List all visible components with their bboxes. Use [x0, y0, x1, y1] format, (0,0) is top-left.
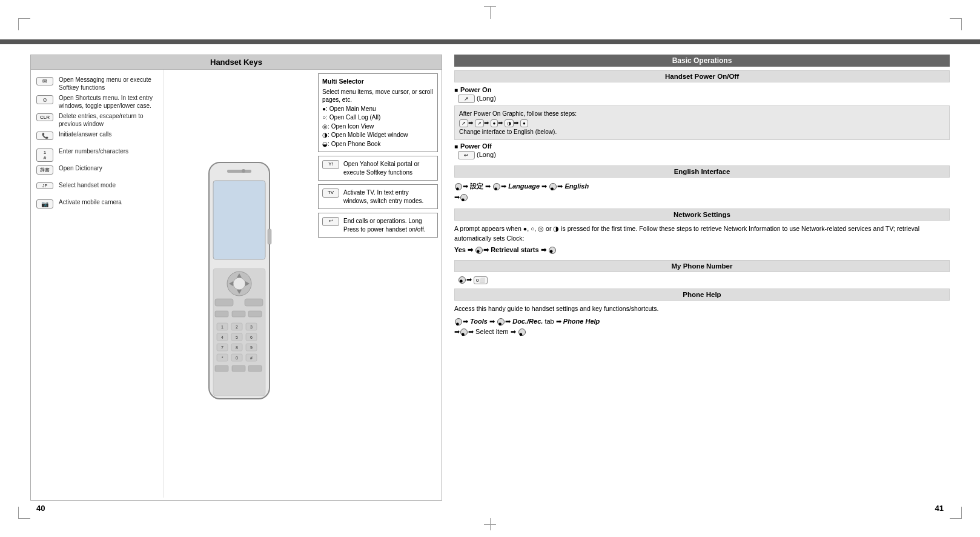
phone-help-body: Access this handy guide to handset setti…: [454, 304, 950, 314]
svg-point-6: [233, 278, 245, 290]
network-body-text: A prompt appears when ●, ○, ◎ or ◑ is pr…: [454, 224, 950, 244]
multi-selector-desc: Select menu items, move cursor, or scrol…: [322, 88, 434, 104]
svg-rect-12: [245, 299, 263, 306]
power-off-step: ↩ (Long): [458, 151, 950, 159]
myphone-step: ●➡ 0⬜: [458, 276, 950, 284]
svg-text:8: 8: [236, 345, 238, 350]
network-header: Network Settings: [454, 208, 950, 221]
svg-rect-15: [248, 311, 262, 317]
english-interface-section: English Interface ●➡ 設定 ➡ ●➡ Language ➡ …: [454, 165, 950, 202]
top-dark-bar: [0, 39, 980, 44]
svg-rect-14: [232, 311, 245, 317]
power-on-step: ↗ (Long): [458, 95, 950, 103]
multi-selector-title: Multi Selector: [322, 77, 434, 86]
phone-help-step: ●➡ Tools ➡ ●➡ Doc./Rec. tab ➡ Phone Help…: [454, 316, 950, 338]
svg-rect-41: [232, 365, 245, 372]
corner-mark-tl: [18, 18, 30, 30]
main-layout: Handset Keys ✉ Open Messaging menu or ex…: [30, 55, 950, 501]
phone-help-header: Phone Help: [454, 289, 950, 301]
network-step: Yes ➡ ●➡ Retrieval starts ➡ ●: [454, 246, 950, 254]
svg-text:2: 2: [236, 325, 238, 329]
svg-text:0: 0: [236, 356, 238, 360]
power-off-label: Power Off: [454, 142, 950, 150]
english-interface-header: English Interface: [454, 165, 950, 178]
key-desc-dictionary: Open Dictionary: [59, 164, 161, 172]
callout-tv: TV Activate TV. In text entry windows, s…: [318, 184, 438, 209]
phone-svg: 1 2 3 4 5 6 7 8 9: [200, 156, 279, 411]
svg-text:1: 1: [221, 325, 223, 329]
top-crosshair: [484, 12, 496, 19]
svg-text:*: *: [222, 356, 223, 360]
english-interface-instruction: ●➡ 設定 ➡ ●➡ Language ➡ ●➡ English ➡●: [454, 181, 950, 202]
page-number-right: 41: [935, 504, 944, 513]
myphone-header: My Phone Number: [454, 260, 950, 272]
left-panel-content: ✉ Open Messaging menu or execute Softkey…: [31, 70, 442, 498]
key-icon-call: 📞: [33, 132, 56, 140]
key-desc-delete: Delete entries, escape/return to previou…: [59, 112, 161, 128]
power-subsection-header: Handset Power On/Off: [454, 70, 950, 82]
callout-area: Multi Selector Select menu items, move c…: [314, 70, 442, 498]
key-row-mode: JP Select handset mode: [31, 180, 164, 197]
power-on-label: Power On: [454, 86, 950, 93]
phone-area: 1 2 3 4 5 6 7 8 9: [164, 70, 314, 498]
corner-mark-tr: [950, 18, 962, 30]
callout-end-call-item: ↩ End calls or operations. Long Press to…: [322, 217, 434, 233]
basic-operations-header: Basic Operations: [454, 55, 950, 67]
power-section: Handset Power On/Off Power On ↗ (Long) A…: [454, 70, 950, 159]
key-icon-numbers: 1#: [33, 148, 56, 162]
multi-selector-main-menu: ●: Open Main Menu: [322, 105, 434, 113]
callout-tv-item: TV Activate TV. In text entry windows, s…: [322, 188, 434, 205]
svg-text:#: #: [250, 356, 253, 360]
key-row-dictionary: 辞書 Open Dictionary: [31, 163, 164, 180]
right-panel: Basic Operations Handset Power On/Off Po…: [454, 55, 950, 501]
callout-multi-selector: Multi Selector Select menu items, move c…: [318, 73, 438, 152]
svg-text:4: 4: [221, 335, 223, 339]
key-desc-call: Initiate/answer calls: [59, 130, 161, 138]
phone-help-section: Phone Help Access this handy guide to ha…: [454, 289, 950, 338]
svg-rect-13: [215, 311, 228, 317]
corner-mark-br: [950, 507, 962, 519]
callout-end-call: ↩ End calls or operations. Long Press to…: [318, 213, 438, 238]
key-icon-dictionary: 辞書: [33, 165, 56, 175]
svg-rect-2: [227, 170, 251, 173]
svg-rect-42: [248, 365, 262, 372]
page-number-left: 40: [36, 504, 45, 513]
svg-rect-40: [215, 365, 228, 372]
svg-rect-1: [213, 181, 265, 259]
svg-rect-43: [268, 229, 271, 244]
key-desc-messaging: Open Messaging menu or execute Softkey f…: [59, 76, 161, 92]
myphone-section: My Phone Number ●➡ 0⬜: [454, 260, 950, 284]
key-row-messaging: ✉ Open Messaging menu or execute Softkey…: [31, 75, 164, 93]
key-row-numbers: 1# Enter numbers/characters: [31, 146, 164, 163]
svg-text:3: 3: [250, 325, 253, 329]
key-icon-delete: CLR: [33, 113, 56, 121]
multi-selector-icon-view: ◎: Open Icon View: [322, 122, 434, 131]
key-desc-shortcuts: Open Shortcuts menu. In text entry windo…: [59, 94, 161, 110]
key-icon-mode: JP: [33, 182, 56, 189]
multi-selector-call-log: ○: Open Call Log (All): [322, 113, 434, 122]
key-icon-messaging: ✉: [33, 77, 56, 85]
key-row-camera: 📷 Activate mobile camera: [31, 197, 164, 214]
key-desc-mode: Select handset mode: [59, 181, 161, 189]
svg-text:6: 6: [250, 335, 253, 339]
key-icon-camera: 📷: [33, 199, 56, 208]
svg-text:5: 5: [236, 335, 238, 339]
bottom-crosshair: [484, 518, 496, 525]
multi-selector-widget: ◑: Open Mobile Widget window: [322, 131, 434, 139]
key-desc-camera: Activate mobile camera: [59, 198, 161, 206]
left-panel: Handset Keys ✉ Open Messaging menu or ex…: [30, 55, 442, 501]
svg-text:7: 7: [221, 345, 223, 350]
key-row-delete: CLR Delete entries, escape/return to pre…: [31, 111, 164, 129]
key-icon-shortcuts: ☺: [33, 95, 56, 104]
multi-selector-phonebook: ◒: Open Phone Book: [322, 140, 434, 148]
svg-text:9: 9: [250, 345, 253, 350]
corner-mark-bl: [18, 507, 30, 519]
key-table: ✉ Open Messaging menu or execute Softkey…: [31, 70, 164, 498]
power-on-info: After Power On Graphic, follow these ste…: [454, 105, 950, 140]
left-panel-title: Handset Keys: [31, 55, 442, 70]
callout-yahoo: Y! Open Yahoo! Keitai portal or execute …: [318, 156, 438, 181]
key-desc-numbers: Enter numbers/characters: [59, 147, 161, 155]
svg-rect-11: [215, 299, 233, 306]
callout-yahoo-item: Y! Open Yahoo! Keitai portal or execute …: [322, 160, 434, 176]
key-row-call: 📞 Initiate/answer calls: [31, 129, 164, 146]
